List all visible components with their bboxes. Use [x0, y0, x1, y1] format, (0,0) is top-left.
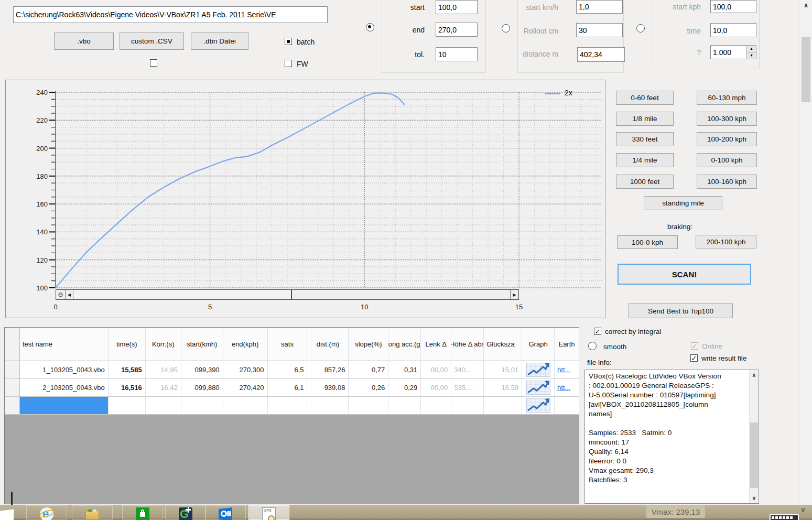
touch-keyboard-icon[interactable] [770, 514, 799, 520]
graph-cell[interactable] [522, 379, 555, 397]
table-row-3[interactable] [5, 397, 579, 415]
table-cell[interactable]: 0,31 [388, 361, 421, 379]
start-field[interactable] [436, 0, 478, 14]
smooth-radio[interactable] [588, 342, 597, 350]
test-button-0-60-feet[interactable]: 0-60 feet [616, 91, 674, 105]
column-header-12[interactable]: Glücksza [484, 328, 522, 361]
test-button-1-4-mile[interactable]: 1/4 mile [616, 153, 674, 167]
taskbar-store-button[interactable] [122, 505, 163, 520]
test-button-60-130-mph[interactable]: 60-130 mph [697, 91, 757, 105]
send-best-to-top100-button[interactable]: Send Best to Top100 [629, 304, 733, 318]
table-cell[interactable]: 0,29 [388, 379, 421, 397]
scroll-down-icon[interactable]: ∨ [750, 495, 759, 502]
scroll-up-icon[interactable]: ∧ [750, 372, 759, 378]
earth-cell[interactable] [555, 397, 579, 415]
column-header-7[interactable]: dist.(m) [307, 328, 349, 361]
table-cell[interactable]: 6,5 [268, 361, 308, 379]
table-row-1[interactable]: 1_103205_0043.vbo15,58514,95099,390270,3… [5, 361, 579, 379]
test-button-1-8-mile[interactable]: 1/8 mile [616, 112, 674, 126]
row-header-cell[interactable] [5, 379, 20, 397]
start-button[interactable] [0, 509, 14, 520]
graph-cell[interactable] [522, 361, 555, 379]
tolerance-field[interactable] [436, 47, 478, 61]
table-cell[interactable]: 15,585 [109, 361, 146, 379]
table-cell[interactable]: 340,... [451, 361, 484, 379]
factor-spinner[interactable]: ▲ ▼ [746, 45, 756, 59]
table-cell[interactable]: 099,390 [181, 361, 223, 379]
scroll-down-icon[interactable]: ∨ [798, 506, 808, 514]
table-cell[interactable]: 14,95 [146, 361, 181, 379]
table-cell[interactable] [388, 397, 421, 415]
table-cell[interactable]: 16,42 [146, 379, 181, 397]
file-path-input[interactable] [13, 6, 328, 23]
factor-field[interactable] [710, 45, 747, 59]
table-cell[interactable] [349, 397, 388, 415]
table-cell[interactable] [484, 397, 522, 415]
zoom-out-icon[interactable]: ⊖ [56, 290, 66, 299]
table-cell[interactable]: 270,420 [223, 379, 268, 397]
distance-field[interactable] [577, 47, 625, 62]
table-cell[interactable]: 0,26 [349, 379, 388, 397]
taskbar-g-app-button[interactable]: G [165, 505, 206, 520]
custom-csv-button[interactable]: custom .CSV [120, 32, 184, 50]
window-scrollbar[interactable]: ∧ [799, 0, 812, 505]
table-cell[interactable] [307, 397, 349, 415]
row-header-cell[interactable] [5, 397, 20, 415]
end-field[interactable] [436, 23, 478, 37]
column-header-10[interactable]: Lenk Δ [421, 328, 451, 361]
table-cell[interactable] [20, 397, 109, 415]
taskbar-ie-button[interactable]: e [26, 505, 67, 520]
table-cell[interactable]: 6,1 [268, 379, 308, 397]
table-cell[interactable]: 00,00 [421, 361, 451, 379]
column-header-8[interactable]: slope(%) [349, 328, 388, 361]
table-cell[interactable] [451, 397, 484, 415]
column-header-14[interactable]: Earth [555, 328, 579, 361]
standing-mile-button[interactable]: standing mile [644, 196, 722, 210]
table-cell[interactable]: 1_103205_0043.vbo [20, 361, 109, 379]
test-button-100-200-kph[interactable]: 100-200 kph [697, 132, 757, 146]
table-cell[interactable]: 535,... [451, 379, 484, 397]
mode-time-radio[interactable] [636, 24, 645, 32]
table-cell[interactable]: 16,59 [484, 379, 522, 397]
earth-link[interactable]: htt... [557, 384, 570, 392]
test-button-0-100-kph[interactable]: 0-100 kph [697, 153, 757, 167]
table-cell[interactable] [146, 397, 181, 415]
table-row-2[interactable]: 2_103205_0043.vbo16,51616,42099,880270,4… [5, 379, 579, 397]
table-cell[interactable]: 270,300 [223, 361, 268, 379]
table-cell[interactable] [268, 397, 308, 415]
fw-checkbox[interactable] [285, 60, 292, 67]
earth-link[interactable]: htt... [557, 366, 570, 374]
column-header-9[interactable]: long acc.(g) [388, 328, 421, 361]
table-cell[interactable] [223, 397, 268, 415]
braking-100-0-button[interactable]: 100-0 kph [617, 235, 678, 249]
column-header-2[interactable]: time(s) [109, 328, 146, 361]
table-cell[interactable]: 939,08 [307, 379, 349, 397]
chart-scrollbar[interactable]: ⊖ ◀ ▶ [56, 289, 519, 300]
mode-distance-radio[interactable] [502, 24, 510, 32]
table-cell[interactable]: 15,01 [484, 361, 522, 379]
correct-by-integral-checkbox[interactable]: ✓ [594, 328, 601, 335]
taskbar-explorer-button[interactable] [72, 505, 113, 520]
csv-option-checkbox[interactable] [150, 59, 157, 67]
vbo-button[interactable]: .vbo [54, 32, 114, 50]
scroll-up-icon[interactable]: ∧ [799, 2, 812, 9]
start-kph-field[interactable] [710, 0, 756, 13]
batch-checkbox[interactable] [285, 38, 292, 45]
test-button-100-160-kph[interactable]: 100-160 kph [697, 175, 757, 189]
test-button-100-300-kph[interactable]: 100-300 kph [697, 112, 757, 126]
taskbar-outlook-button[interactable] [205, 505, 246, 520]
braking-200-100-button[interactable]: 200-100 kph [696, 235, 756, 248]
scan-button[interactable]: SCAN! [618, 264, 751, 285]
scrollbar-thumb[interactable] [73, 290, 292, 299]
column-header-3[interactable]: Korr.(s) [146, 328, 181, 361]
column-header-13[interactable]: Graph [522, 328, 555, 361]
mode-speed-range-radio[interactable] [366, 23, 374, 31]
row-header-cell[interactable] [5, 361, 20, 379]
table-cell[interactable]: 2_103205_0043.vbo [20, 379, 109, 397]
scrollbar-thumb[interactable] [802, 37, 810, 102]
file-info-scrollbar[interactable]: ∧ ∨ [749, 370, 759, 503]
scroll-right-icon[interactable]: ▶ [510, 290, 518, 299]
scroll-left-icon[interactable]: ◀ [66, 290, 73, 299]
earth-cell[interactable]: htt... [555, 361, 579, 379]
table-cell[interactable]: 099,880 [181, 379, 223, 397]
